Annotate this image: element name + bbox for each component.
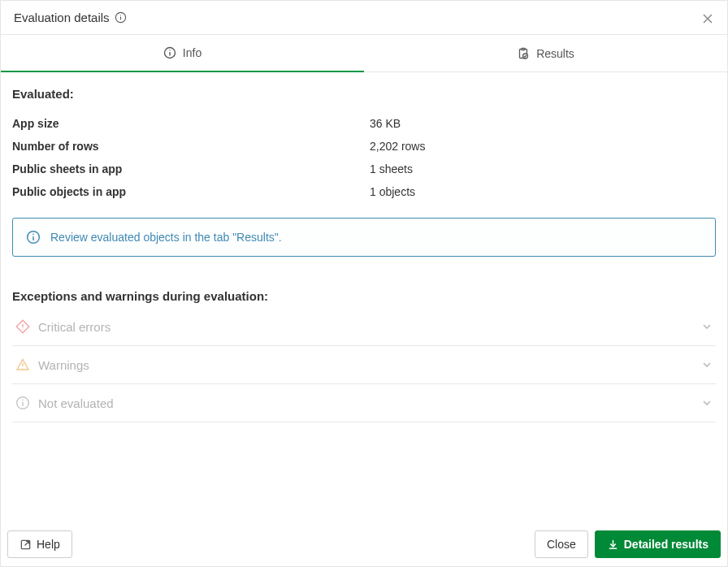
- svg-point-13: [32, 234, 34, 236]
- kv-value: 36 KB: [370, 117, 401, 130]
- exception-label: Critical errors: [38, 320, 701, 334]
- svg-point-7: [169, 50, 170, 50]
- close-button-label: Close: [547, 538, 576, 551]
- evaluated-heading: Evaluated:: [12, 87, 716, 101]
- tab-results[interactable]: Results: [364, 35, 727, 71]
- tab-info-label: Info: [183, 46, 202, 59]
- help-button[interactable]: Help: [7, 530, 72, 558]
- dialog-title: Evaluation details: [14, 11, 110, 24]
- svg-line-24: [25, 541, 29, 545]
- svg-point-16: [22, 328, 23, 329]
- exception-row-critical[interactable]: Critical errors: [12, 308, 716, 346]
- svg-point-2: [120, 15, 121, 15]
- kv-label: Public objects in app: [12, 185, 370, 198]
- table-row: Public objects in app 1 objects: [12, 180, 716, 203]
- info-banner: Review evaluated objects in the tab "Res…: [12, 218, 716, 257]
- svg-point-19: [22, 367, 23, 368]
- download-icon: [607, 539, 619, 551]
- dialog-content: Evaluated: App size 36 KB Number of rows…: [1, 72, 727, 522]
- detailed-results-label: Detailed results: [624, 538, 708, 551]
- exception-row-warnings[interactable]: Warnings: [12, 346, 716, 384]
- tab-info[interactable]: Info: [1, 35, 364, 72]
- exception-row-not-evaluated[interactable]: Not evaluated: [12, 384, 716, 422]
- info-circle-icon: [163, 46, 176, 59]
- exceptions-heading: Exceptions and warnings during evaluatio…: [12, 289, 716, 303]
- kv-value: 2,202 rows: [370, 140, 425, 153]
- clipboard-check-icon: [517, 47, 530, 60]
- detailed-results-button[interactable]: Detailed results: [595, 530, 721, 558]
- close-icon[interactable]: [698, 9, 717, 28]
- tabs: Info Results: [1, 35, 727, 72]
- chevron-down-icon: [701, 321, 713, 332]
- help-button-label: Help: [37, 538, 60, 551]
- exception-label: Not evaluated: [38, 396, 701, 410]
- info-banner-text: Review evaluated objects in the tab "Res…: [50, 231, 282, 244]
- svg-rect-9: [522, 48, 525, 50]
- svg-point-22: [22, 400, 24, 401]
- kv-label: Number of rows: [12, 140, 370, 153]
- table-row: Public sheets in app 1 sheets: [12, 158, 716, 180]
- exception-label: Warnings: [38, 358, 701, 372]
- info-icon: [26, 230, 41, 245]
- evaluation-details-dialog: Evaluation details Info: [0, 0, 728, 567]
- critical-error-icon: [15, 319, 38, 334]
- table-row: Number of rows 2,202 rows: [12, 135, 716, 158]
- dialog-footer: Help Close Detailed results: [1, 522, 727, 566]
- kv-value: 1 sheets: [370, 162, 413, 175]
- info-icon[interactable]: [115, 11, 127, 24]
- warning-icon: [15, 357, 38, 372]
- close-button[interactable]: Close: [535, 530, 588, 558]
- chevron-down-icon: [701, 397, 713, 409]
- info-icon: [15, 396, 38, 410]
- kv-label: App size: [12, 117, 370, 130]
- kv-value: 1 objects: [370, 185, 415, 198]
- external-link-icon: [20, 539, 32, 551]
- table-row: App size 36 KB: [12, 112, 716, 135]
- tab-results-label: Results: [536, 47, 574, 60]
- kv-label: Public sheets in app: [12, 162, 370, 175]
- chevron-down-icon: [701, 359, 713, 370]
- dialog-header: Evaluation details: [1, 1, 727, 35]
